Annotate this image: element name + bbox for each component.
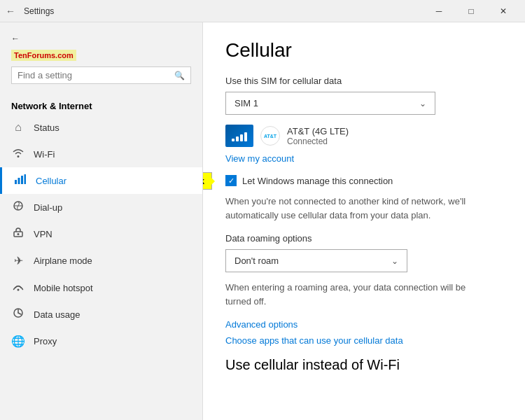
search-box[interactable]: 🔍 bbox=[11, 66, 191, 84]
sidebar-item-dialup-label: Dial-up bbox=[34, 202, 62, 213]
back-arrow-icon: ← bbox=[11, 34, 20, 43]
proxy-icon: 🌐 bbox=[11, 335, 25, 348]
wifi-icon bbox=[11, 148, 25, 160]
svg-rect-3 bbox=[24, 174, 27, 184]
search-icon: 🔍 bbox=[174, 71, 185, 80]
sidebar-item-airplane-label: Airplane mode bbox=[34, 255, 92, 266]
sidebar-item-wifi-label: Wi-Fi bbox=[34, 149, 55, 160]
dialup-icon bbox=[11, 201, 25, 214]
roaming-label: Data roaming options bbox=[225, 233, 503, 244]
vpn-icon bbox=[11, 227, 25, 240]
sim-dropdown-arrow: ⌄ bbox=[419, 99, 426, 108]
bottom-section-title: Use cellular instead of Wi-Fi bbox=[225, 357, 503, 373]
sidebar-item-datausage[interactable]: Data usage bbox=[0, 301, 202, 328]
sidebar-section-title: Network & Internet bbox=[0, 95, 202, 114]
watermark: TenForums.com bbox=[11, 50, 76, 61]
maximize-button[interactable]: □ bbox=[455, 0, 487, 22]
svg-rect-1 bbox=[18, 178, 20, 184]
sidebar-item-cellular-label: Cellular bbox=[36, 176, 66, 186]
bar2 bbox=[236, 136, 239, 141]
roaming-note: When entering a roaming area, your data … bbox=[225, 281, 491, 308]
datausage-icon bbox=[11, 308, 25, 321]
titlebar-title: Settings bbox=[24, 6, 54, 16]
sim-dropdown-value: SIM 1 bbox=[234, 98, 258, 108]
bar4 bbox=[244, 132, 247, 141]
checkbox-checkmark: ✓ bbox=[228, 176, 234, 186]
sidebar-item-datausage-label: Data usage bbox=[34, 309, 80, 320]
view-account-link[interactable]: View my account bbox=[225, 153, 294, 164]
close-button[interactable]: ✕ bbox=[487, 0, 519, 22]
search-input[interactable] bbox=[18, 70, 174, 80]
app-container: ← TenForums.com 🔍 Network & Internet ⌂ S… bbox=[0, 22, 525, 420]
let-windows-manage-checkbox[interactable]: ✓ bbox=[225, 175, 237, 186]
carrier-logo: AT&T bbox=[260, 126, 280, 146]
status-icon: ⌂ bbox=[11, 121, 25, 134]
sidebar-item-proxy[interactable]: 🌐 Proxy bbox=[0, 328, 202, 355]
sidebar-back-button[interactable]: ← bbox=[11, 34, 191, 43]
hotspot-icon bbox=[11, 281, 25, 294]
roaming-dropdown-arrow: ⌄ bbox=[391, 256, 398, 266]
main-content: Cellular Use this SIM for cellular data … bbox=[203, 22, 525, 420]
check-tooltip: Check bbox=[203, 172, 212, 190]
bar3 bbox=[240, 134, 243, 141]
minimize-button[interactable]: ─ bbox=[423, 0, 455, 22]
svg-point-7 bbox=[18, 233, 20, 235]
sim-label: Use this SIM for cellular data bbox=[225, 76, 503, 86]
description-text: When you're not connected to another kin… bbox=[225, 195, 491, 222]
bar1 bbox=[232, 139, 234, 141]
sidebar-item-wifi[interactable]: Wi-Fi bbox=[0, 141, 202, 167]
airplane-icon: ✈ bbox=[11, 254, 25, 267]
checkbox-label: Let Windows manage this connection bbox=[242, 176, 393, 186]
checkbox-row: Check ✓ Let Windows manage this connecti… bbox=[225, 175, 503, 186]
svg-rect-2 bbox=[21, 176, 23, 184]
carrier-signal-icon bbox=[225, 125, 253, 147]
signal-bars bbox=[232, 130, 247, 141]
sidebar: ← TenForums.com 🔍 Network & Internet ⌂ S… bbox=[0, 22, 203, 420]
advanced-options-link[interactable]: Advanced options bbox=[225, 319, 503, 330]
carrier-status: Connected bbox=[287, 136, 349, 146]
sidebar-item-status-label: Status bbox=[34, 122, 59, 133]
sidebar-header: ← TenForums.com 🔍 bbox=[0, 22, 202, 95]
carrier-info: AT&T (4G LTE) Connected bbox=[287, 126, 349, 146]
sidebar-item-hotspot-label: Mobile hotspot bbox=[34, 283, 93, 293]
titlebar-controls: ─ □ ✕ bbox=[423, 0, 519, 22]
svg-rect-0 bbox=[15, 180, 17, 184]
sidebar-item-vpn-label: VPN bbox=[34, 229, 52, 239]
sidebar-item-dialup[interactable]: Dial-up bbox=[0, 194, 202, 220]
sim-dropdown[interactable]: SIM 1 ⌄ bbox=[225, 92, 435, 115]
sidebar-item-hotspot[interactable]: Mobile hotspot bbox=[0, 274, 202, 301]
page-title: Cellular bbox=[225, 39, 503, 62]
sidebar-item-vpn[interactable]: VPN bbox=[0, 220, 202, 247]
cellular-icon bbox=[13, 174, 27, 187]
sidebar-item-cellular[interactable]: Cellular bbox=[0, 167, 202, 194]
roaming-dropdown[interactable]: Don't roam ⌄ bbox=[225, 249, 407, 272]
sidebar-item-airplane[interactable]: ✈ Airplane mode bbox=[0, 247, 202, 274]
roaming-dropdown-value: Don't roam bbox=[234, 255, 279, 266]
back-button[interactable]: ← bbox=[6, 6, 15, 17]
sidebar-item-status[interactable]: ⌂ Status bbox=[0, 114, 202, 141]
choose-apps-link[interactable]: Choose apps that can use your cellular d… bbox=[225, 335, 503, 346]
titlebar-left: ← Settings bbox=[6, 6, 54, 17]
carrier-row: AT&T AT&T (4G LTE) Connected bbox=[225, 125, 503, 147]
svg-point-8 bbox=[18, 289, 20, 291]
titlebar: ← Settings ─ □ ✕ bbox=[0, 0, 525, 22]
carrier-name: AT&T (4G LTE) bbox=[287, 126, 349, 136]
sidebar-item-proxy-label: Proxy bbox=[34, 336, 57, 346]
